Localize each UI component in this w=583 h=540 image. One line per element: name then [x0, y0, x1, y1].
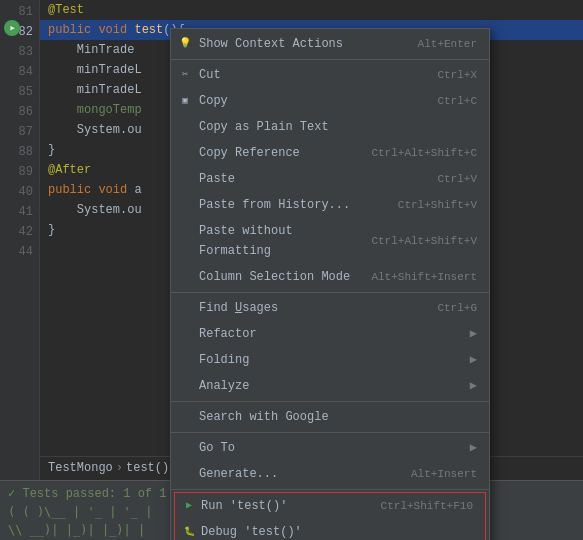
breadcrumb-class[interactable]: TestMongo — [48, 461, 113, 475]
run-gutter-button[interactable] — [4, 20, 20, 36]
line-num-88: 88 — [0, 142, 39, 162]
separator-3 — [171, 401, 489, 402]
menu-item-copy-plain[interactable]: Copy as Plain Text — [171, 114, 489, 140]
run-icon: ▶ — [181, 496, 197, 516]
line-num-42: 42 — [0, 222, 39, 242]
line-num-41: 41 — [0, 202, 39, 222]
breadcrumb-separator: › — [116, 461, 123, 475]
separator-5 — [171, 489, 489, 490]
menu-item-search-google[interactable]: Search with Google — [171, 404, 489, 430]
menu-item-column-selection[interactable]: Column Selection Mode Alt+Shift+Insert — [171, 264, 489, 290]
line-num-81: 81 — [0, 2, 39, 22]
menu-item-copy-reference[interactable]: Copy Reference Ctrl+Alt+Shift+C — [171, 140, 489, 166]
menu-item-run-test[interactable]: ▶ Run 'test()' Ctrl+Shift+F10 — [175, 493, 485, 519]
menu-item-show-context-actions[interactable]: 💡 Show Context Actions Alt+Enter — [171, 31, 489, 57]
separator-2 — [171, 292, 489, 293]
copy-icon: ▣ — [177, 91, 193, 111]
menu-item-analyze[interactable]: Analyze ▶ — [171, 373, 489, 399]
debug-icon: 🐛 — [181, 522, 197, 540]
menu-item-find-usages[interactable]: Find Usages Ctrl+G — [171, 295, 489, 321]
line-num-85: 85 — [0, 82, 39, 102]
cut-icon: ✂ — [177, 65, 193, 85]
red-highlight-group: ▶ Run 'test()' Ctrl+Shift+F10 🐛 Debug 't… — [174, 492, 486, 540]
line-num-83: 83 — [0, 42, 39, 62]
line-num-86: 86 — [0, 102, 39, 122]
menu-item-generate[interactable]: Generate... Alt+Insert — [171, 461, 489, 487]
menu-item-paste[interactable]: Paste Ctrl+V — [171, 166, 489, 192]
separator-1 — [171, 59, 489, 60]
menu-item-paste-no-format[interactable]: Paste without Formatting Ctrl+Alt+Shift+… — [171, 218, 489, 264]
line-num-87: 87 — [0, 122, 39, 142]
menu-item-cut[interactable]: ✂ Cut Ctrl+X — [171, 62, 489, 88]
menu-item-debug-test[interactable]: 🐛 Debug 'test()' — [175, 519, 485, 540]
separator-4 — [171, 432, 489, 433]
line-num-44: 44 — [0, 242, 39, 262]
menu-item-paste-history[interactable]: Paste from History... Ctrl+Shift+V — [171, 192, 489, 218]
line-num-89: 89 — [0, 162, 39, 182]
menu-item-folding[interactable]: Folding ▶ — [171, 347, 489, 373]
menu-item-refactor[interactable]: Refactor ▶ — [171, 321, 489, 347]
breadcrumb-method[interactable]: test() — [126, 461, 169, 475]
context-menu: 💡 Show Context Actions Alt+Enter ✂ Cut C… — [170, 28, 490, 540]
line-num-84: 84 — [0, 62, 39, 82]
menu-item-goto[interactable]: Go To ▶ — [171, 435, 489, 461]
line-num-40: 40 — [0, 182, 39, 202]
code-line-81: @Test — [40, 0, 583, 20]
lightbulb-icon: 💡 — [177, 34, 193, 54]
menu-item-copy[interactable]: ▣ Copy Ctrl+C — [171, 88, 489, 114]
line-gutter: 81 82 83 84 85 86 87 88 89 40 41 42 44 — [0, 0, 40, 540]
